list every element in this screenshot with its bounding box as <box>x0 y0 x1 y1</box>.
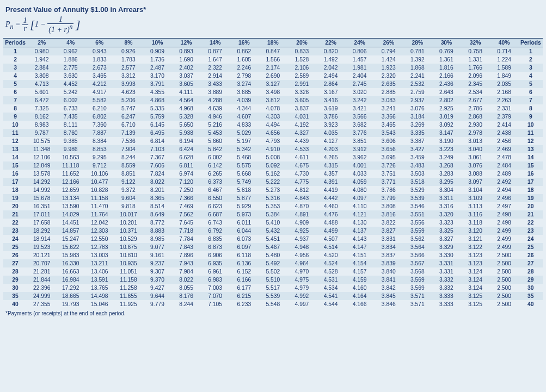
value-cell: 3.249 <box>432 153 461 161</box>
value-cell: 16.330 <box>56 259 85 267</box>
value-cell: 14.292 <box>27 178 56 186</box>
period-cell: 6 <box>519 88 543 96</box>
table-row: 2217.65814.45112.04210.2018.7727.6456.74… <box>3 219 543 227</box>
value-cell: 3.568 <box>403 267 432 276</box>
value-cell: 2.914 <box>201 72 230 80</box>
value-cell: 3.993 <box>114 80 143 88</box>
formula: Pn = 1 r [1 − 1 (1 + r)n ] <box>5 16 543 34</box>
period-cell: 20 <box>3 202 27 210</box>
period-cell: 18 <box>3 186 27 194</box>
value-cell: 3.840 <box>374 267 403 276</box>
value-cell: 3.630 <box>56 72 85 80</box>
period-cell: 19 <box>3 194 27 202</box>
value-cell: 3.562 <box>403 235 432 243</box>
period-cell: 8 <box>3 104 27 113</box>
value-cell: 2.500 <box>490 251 519 259</box>
table-row: 2921.84416.98413.59111.1589.3708.0226.98… <box>3 276 543 284</box>
value-cell: 3.092 <box>432 121 461 129</box>
period-cell: 13 <box>519 145 543 153</box>
value-cell: 6.710 <box>114 121 143 129</box>
value-cell: 4.964 <box>287 259 316 267</box>
period-cell: 21 <box>3 210 27 219</box>
value-cell: 4.039 <box>230 96 259 104</box>
value-cell: 5.517 <box>259 284 287 292</box>
value-cell: 3.331 <box>432 267 461 276</box>
value-cell: 6.152 <box>230 267 259 276</box>
value-cell: 5.575 <box>230 161 259 170</box>
value-cell: 1.886 <box>56 55 85 64</box>
value-cell: 8.162 <box>27 113 56 121</box>
value-cell: 5.660 <box>201 137 230 145</box>
table-row: 3524.99918.66514.49811.6559.6448.1767.07… <box>3 292 543 300</box>
value-cell: 10.810 <box>114 251 143 259</box>
value-cell: 13.590 <box>56 202 85 210</box>
value-cell: 2.589 <box>287 72 316 80</box>
value-cell: 4.001 <box>345 161 374 170</box>
value-cell: 3.776 <box>345 129 374 137</box>
table-row: 2720.70716.33013.21110.9359.2377.9436.93… <box>3 259 543 267</box>
period-cell: 15 <box>3 161 27 170</box>
value-cell: 4.160 <box>345 284 374 292</box>
value-cell: 1.981 <box>345 64 374 72</box>
value-cell: 6.835 <box>201 235 230 243</box>
value-cell: 6.002 <box>56 96 85 104</box>
value-cell: 4.164 <box>345 292 374 300</box>
value-cell: 6.233 <box>230 300 259 308</box>
value-cell: 3.311 <box>432 194 461 202</box>
value-cell: 6.961 <box>201 267 230 276</box>
value-cell: 3.837 <box>374 251 403 259</box>
value-cell: 3.190 <box>432 137 461 145</box>
value-cell: 2.499 <box>490 243 519 251</box>
period-cell: 7 <box>3 96 27 104</box>
value-cell: 3.123 <box>461 259 489 267</box>
period-cell: 26 <box>519 251 543 259</box>
value-cell: 7.718 <box>172 227 201 235</box>
value-cell: 2.322 <box>201 64 230 72</box>
value-cell: 24.999 <box>27 292 56 300</box>
value-cell: 4.937 <box>287 235 316 243</box>
value-cell: 3.546 <box>403 202 432 210</box>
col-rate-1: 4% <box>56 38 85 47</box>
value-cell: 4.917 <box>85 88 114 96</box>
table-row: 32.8842.7752.6732.5772.4872.4022.3222.24… <box>3 64 543 72</box>
value-cell: 4.033 <box>345 170 374 178</box>
value-cell: 4.534 <box>316 284 345 292</box>
value-cell: 2.106 <box>287 64 316 72</box>
value-cell: 12.106 <box>27 153 56 161</box>
value-cell: 3.539 <box>403 194 432 202</box>
value-cell: 4.909 <box>287 219 316 227</box>
value-cell: 12.550 <box>85 235 114 243</box>
value-cell: 27.355 <box>27 300 56 308</box>
period-cell: 11 <box>3 129 27 137</box>
value-cell: 2.500 <box>490 259 519 267</box>
value-cell: 3.556 <box>403 219 432 227</box>
col-rate-7: 16% <box>230 38 259 47</box>
value-cell: 1.833 <box>85 55 114 64</box>
value-cell: 4.212 <box>85 80 114 88</box>
value-cell: 2.978 <box>461 129 489 137</box>
value-cell: 6.118 <box>230 251 259 259</box>
period-cell: 14 <box>519 153 543 161</box>
table-row: 10.9800.9620.9430.9260.9090.8930.8770.86… <box>3 47 543 55</box>
value-cell: 3.124 <box>461 276 489 284</box>
value-cell: 3.791 <box>143 80 171 88</box>
period-cell: 40 <box>519 300 543 308</box>
value-cell: 4.097 <box>345 194 374 202</box>
value-cell: 3.751 <box>374 170 403 178</box>
value-cell: 1.766 <box>461 64 489 72</box>
value-cell: 7.120 <box>172 178 201 186</box>
value-cell: 3.332 <box>432 284 461 292</box>
value-cell: 6.983 <box>201 276 230 284</box>
col-rate-9: 20% <box>287 38 316 47</box>
value-cell: 4.611 <box>287 153 316 161</box>
value-cell: 1.528 <box>287 55 316 64</box>
value-cell: 4.975 <box>287 276 316 284</box>
value-cell: 4.147 <box>345 243 374 251</box>
value-cell: 3.605 <box>172 80 201 88</box>
value-cell: 4.514 <box>316 243 345 251</box>
value-cell: 4.151 <box>345 251 374 259</box>
value-cell: 5.092 <box>259 161 287 170</box>
period-cell: 27 <box>519 259 543 267</box>
value-cell: 2.414 <box>490 121 519 129</box>
value-cell: 3.816 <box>374 210 403 219</box>
